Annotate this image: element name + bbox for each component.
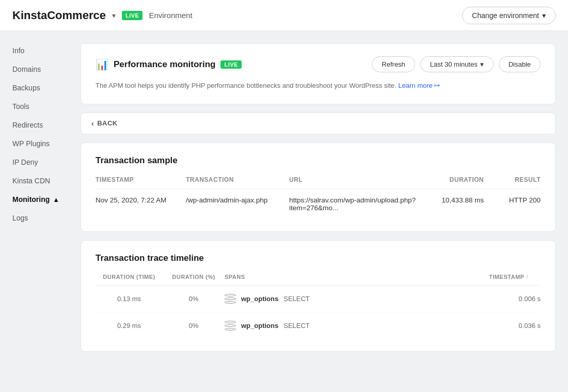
trace-col-header-spans: SPANS [225, 274, 489, 286]
top-header: KinstaCommerce ▾ LIVE Environment Change… [0, 0, 568, 31]
col-header-timestamp: Timestamp [96, 176, 186, 189]
table-row: 0.13 ms 0% wp_options SELECT 0.006 s [96, 285, 541, 312]
change-environment-button[interactable]: Change environment ▾ [462, 7, 556, 24]
database-icon [225, 294, 236, 304]
back-arrow-icon: ‹ [91, 119, 94, 128]
main-content: 📊 Performance monitoring LIVE Refresh La… [72, 31, 568, 392]
tx-timestamp: Nov 25, 2020, 7:22 AM [96, 189, 186, 219]
brand-name: KinstaCommerce [12, 9, 106, 22]
sidebar-item-monitoring[interactable]: Monitoring ▲ [0, 190, 72, 209]
perf-description: The APM tool helps you identify PHP perf… [96, 81, 541, 91]
refresh-button[interactable]: Refresh [372, 56, 415, 72]
sidebar-item-redirects[interactable]: Redirects [0, 116, 72, 134]
performance-monitoring-card: 📊 Performance monitoring LIVE Refresh La… [81, 43, 556, 104]
sidebar-item-info[interactable]: Info [0, 41, 72, 60]
sidebar-item-backups[interactable]: Backups [0, 79, 72, 97]
sort-arrow-icon: ↑ [526, 274, 529, 279]
brand-chevron-icon[interactable]: ▾ [112, 11, 116, 20]
col-header-transaction: Transaction [186, 176, 289, 189]
span-name: wp_options [241, 295, 278, 303]
back-button[interactable]: ‹ BACK [91, 119, 545, 128]
timestamp-sort-header[interactable]: TIMESTAMP ↑ [489, 274, 541, 280]
change-env-chevron-icon: ▾ [542, 11, 546, 20]
transaction-sample-title: Transaction sample [96, 155, 541, 166]
monitoring-active-icon: ▲ [53, 196, 59, 203]
transaction-table: Timestamp Transaction URL Duration Resul… [96, 176, 541, 219]
performance-icon: 📊 [96, 58, 108, 71]
span-label: wp_options SELECT [225, 294, 489, 304]
sidebar-item-ip-deny[interactable]: IP Deny [0, 153, 72, 171]
header-left: KinstaCommerce ▾ LIVE Environment [12, 9, 193, 22]
disable-button[interactable]: Disable [499, 56, 541, 72]
trace-spans: wp_options SELECT [225, 312, 489, 339]
trace-table: DURATION (TIME) DURATION (%) SPANS TIMES… [96, 274, 541, 339]
col-header-duration: Duration [427, 176, 494, 189]
learn-more-link[interactable]: Learn more ↦ [398, 82, 440, 89]
trace-spans: wp_options SELECT [225, 285, 489, 312]
trace-col-header-duration-pct: DURATION (%) [163, 274, 225, 286]
sidebar-item-wp-plugins[interactable]: WP Plugins [0, 134, 72, 153]
trace-duration-time: 0.29 ms [96, 312, 163, 339]
time-range-chevron-icon: ▾ [480, 60, 484, 68]
env-live-badge: LIVE [122, 11, 143, 20]
sidebar: Info Domains Backups Tools Redirects WP … [0, 31, 72, 392]
col-header-result: Result [494, 176, 541, 189]
sidebar-item-kinsta-cdn[interactable]: Kinsta CDN [0, 171, 72, 190]
tx-result: HTTP 200 [494, 189, 541, 219]
span-name: wp_options [241, 322, 278, 330]
table-row: 0.29 ms 0% wp_options SELECT 0.036 s [96, 312, 541, 339]
transaction-sample-card: Transaction sample Timestamp Transaction… [81, 143, 556, 232]
back-section: ‹ BACK [81, 113, 556, 134]
trace-timestamp: 0.006 s [489, 285, 541, 312]
sidebar-item-domains[interactable]: Domains [0, 60, 72, 79]
col-header-url: URL [289, 176, 427, 189]
trace-duration-pct: 0% [163, 312, 225, 339]
trace-timeline-card: Transaction trace timeline DURATION (TIM… [81, 240, 556, 352]
trace-duration-pct: 0% [163, 285, 225, 312]
performance-live-badge: LIVE [220, 60, 241, 69]
span-op: SELECT [283, 295, 310, 303]
trace-timeline-title: Transaction trace timeline [96, 253, 541, 263]
span-label: wp_options SELECT [225, 321, 489, 331]
env-label: Environment [149, 11, 192, 20]
tx-url: https://salrav.com/wp-admin/upload.php?i… [289, 189, 427, 219]
sidebar-item-logs[interactable]: Logs [0, 209, 72, 227]
trace-col-header-duration-time: DURATION (TIME) [96, 274, 163, 286]
trace-timestamp: 0.036 s [489, 312, 541, 339]
time-range-button[interactable]: Last 30 minutes ▾ [420, 56, 494, 72]
table-row: Nov 25, 2020, 7:22 AM /wp-admin/admin-aj… [96, 189, 541, 219]
perf-title: Performance monitoring [114, 59, 215, 70]
perf-title-row: 📊 Performance monitoring LIVE [96, 58, 242, 71]
database-icon [225, 321, 236, 331]
perf-header: 📊 Performance monitoring LIVE Refresh La… [96, 56, 541, 72]
trace-duration-time: 0.13 ms [96, 285, 163, 312]
tx-transaction: /wp-admin/admin-ajax.php [186, 189, 289, 219]
back-label: BACK [97, 119, 118, 127]
perf-actions: Refresh Last 30 minutes ▾ Disable [372, 56, 541, 72]
span-op: SELECT [283, 322, 310, 330]
tx-duration: 10,433.88 ms [427, 189, 494, 219]
sidebar-item-tools[interactable]: Tools [0, 97, 72, 116]
layout: Info Domains Backups Tools Redirects WP … [0, 31, 568, 392]
trace-col-header-timestamp[interactable]: TIMESTAMP ↑ [489, 274, 541, 286]
